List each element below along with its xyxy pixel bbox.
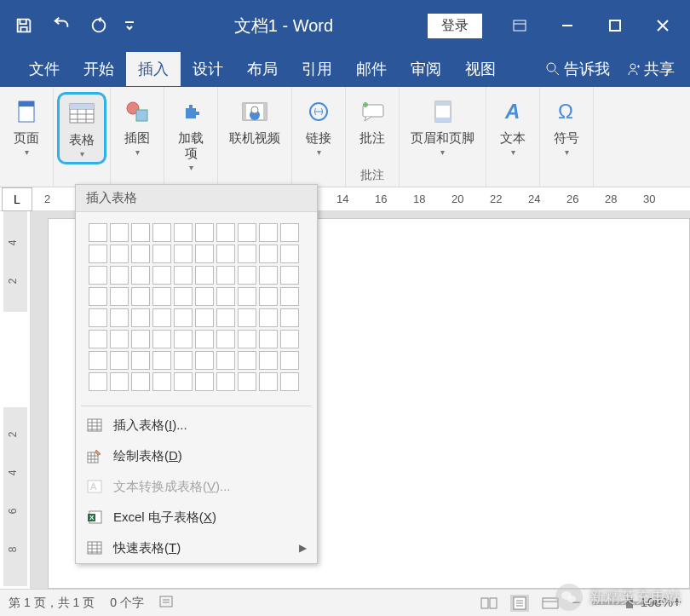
grid-cell[interactable] (195, 245, 214, 263)
grid-cell[interactable] (238, 372, 256, 391)
table-size-grid[interactable] (76, 212, 317, 402)
grid-cell[interactable] (174, 330, 193, 348)
tab-file[interactable]: 文件 (17, 52, 72, 86)
grid-cell[interactable] (216, 330, 235, 348)
qat-customize-button[interactable] (119, 9, 140, 43)
undo-button[interactable] (44, 9, 78, 43)
grid-cell[interactable] (238, 223, 256, 242)
grid-cell[interactable] (216, 308, 235, 327)
grid-cell[interactable] (110, 223, 129, 242)
tab-mailings[interactable]: 邮件 (344, 52, 399, 86)
grid-cell[interactable] (152, 287, 171, 306)
grid-cell[interactable] (174, 245, 193, 263)
grid-cell[interactable] (259, 308, 278, 327)
grid-cell[interactable] (174, 351, 193, 370)
grid-cell[interactable] (174, 308, 193, 327)
grid-cell[interactable] (280, 330, 299, 348)
text-button[interactable]: A 文本 ▾ (490, 92, 536, 161)
grid-cell[interactable] (131, 223, 150, 242)
grid-cell[interactable] (152, 308, 171, 327)
links-button[interactable]: 链接 ▾ (296, 92, 342, 161)
grid-cell[interactable] (89, 372, 107, 391)
draw-table-item[interactable]: 绘制表格(D) (76, 440, 317, 471)
grid-cell[interactable] (195, 372, 214, 391)
header-footer-button[interactable]: 页眉和页脚 ▾ (403, 92, 482, 161)
redo-button[interactable] (82, 9, 116, 43)
grid-cell[interactable] (238, 266, 256, 285)
tab-insert[interactable]: 插入 (126, 52, 181, 86)
word-count[interactable]: 0 个字 (110, 596, 144, 611)
grid-cell[interactable] (280, 308, 299, 327)
grid-cell[interactable] (259, 266, 278, 285)
grid-cell[interactable] (195, 287, 214, 306)
grid-cell[interactable] (110, 308, 129, 327)
grid-cell[interactable] (238, 351, 256, 370)
grid-cell[interactable] (110, 287, 129, 306)
grid-cell[interactable] (259, 287, 278, 306)
grid-cell[interactable] (280, 287, 299, 306)
grid-cell[interactable] (152, 330, 171, 348)
minimize-button[interactable] (547, 9, 588, 43)
grid-cell[interactable] (131, 245, 150, 263)
grid-cell[interactable] (280, 245, 299, 263)
grid-cell[interactable] (216, 245, 235, 263)
addins-button[interactable]: 加载 项 ▾ (168, 92, 214, 176)
grid-cell[interactable] (174, 287, 193, 306)
grid-cell[interactable] (259, 372, 278, 391)
grid-cell[interactable] (259, 223, 278, 242)
grid-cell[interactable] (110, 351, 129, 370)
tab-home[interactable]: 开始 (72, 52, 126, 86)
tab-design[interactable]: 设计 (181, 52, 235, 86)
grid-cell[interactable] (152, 266, 171, 285)
grid-cell[interactable] (131, 287, 150, 306)
grid-cell[interactable] (238, 330, 256, 348)
grid-cell[interactable] (131, 372, 150, 391)
grid-cell[interactable] (238, 245, 256, 263)
grid-cell[interactable] (259, 245, 278, 263)
grid-cell[interactable] (152, 372, 171, 391)
grid-cell[interactable] (238, 308, 256, 327)
grid-cell[interactable] (131, 330, 150, 348)
grid-cell[interactable] (280, 372, 299, 391)
grid-cell[interactable] (110, 330, 129, 348)
grid-cell[interactable] (131, 351, 150, 370)
grid-cell[interactable] (216, 266, 235, 285)
tab-layout[interactable]: 布局 (235, 52, 290, 86)
grid-cell[interactable] (195, 266, 214, 285)
tab-review[interactable]: 审阅 (399, 52, 453, 86)
grid-cell[interactable] (89, 245, 107, 263)
tab-references[interactable]: 引用 (290, 52, 344, 86)
grid-cell[interactable] (89, 351, 107, 370)
comment-button[interactable]: 批注 (349, 92, 395, 150)
excel-spreadsheet-item[interactable]: X Excel 电子表格(X) (76, 502, 317, 533)
grid-cell[interactable] (152, 351, 171, 370)
grid-cell[interactable] (216, 287, 235, 306)
grid-cell[interactable] (174, 372, 193, 391)
spell-check-icon[interactable] (159, 595, 176, 611)
grid-cell[interactable] (131, 266, 150, 285)
grid-cell[interactable] (216, 223, 235, 242)
grid-cell[interactable] (152, 245, 171, 263)
grid-cell[interactable] (238, 287, 256, 306)
symbols-button[interactable]: Ω 符号 ▾ (543, 92, 589, 161)
table-button[interactable]: 表格 ▾ (57, 92, 106, 164)
grid-cell[interactable] (110, 266, 129, 285)
illustrations-button[interactable]: 插图 ▾ (114, 92, 160, 161)
grid-cell[interactable] (131, 308, 150, 327)
grid-cell[interactable] (280, 351, 299, 370)
grid-cell[interactable] (280, 266, 299, 285)
grid-cell[interactable] (110, 245, 129, 263)
grid-cell[interactable] (89, 223, 107, 242)
grid-cell[interactable] (152, 223, 171, 242)
tab-view[interactable]: 视图 (453, 52, 508, 86)
save-button[interactable] (7, 9, 41, 43)
pages-button[interactable]: 页面 ▾ (3, 92, 49, 161)
grid-cell[interactable] (259, 330, 278, 348)
grid-cell[interactable] (89, 287, 107, 306)
maximize-button[interactable] (595, 9, 635, 43)
grid-cell[interactable] (89, 330, 107, 348)
grid-cell[interactable] (216, 372, 235, 391)
quick-tables-item[interactable]: 快速表格(T) ▶ (76, 533, 317, 563)
online-video-button[interactable]: 联机视频 (221, 92, 288, 150)
read-mode-button[interactable] (480, 595, 498, 612)
